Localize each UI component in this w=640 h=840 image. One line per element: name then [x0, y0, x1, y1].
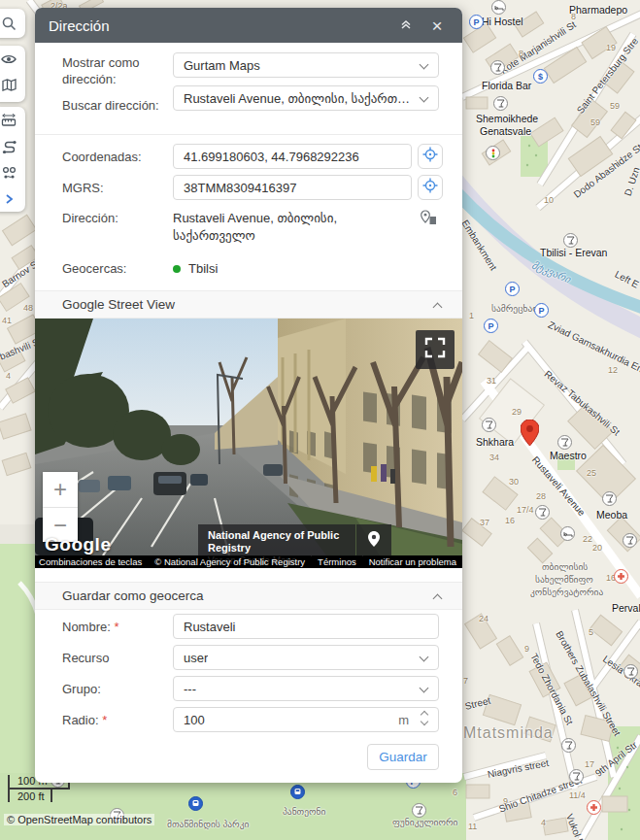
map-label: 22	[583, 534, 592, 544]
mgrs-input[interactable]	[173, 175, 412, 200]
track-points-button[interactable]	[0, 159, 25, 185]
map-label: 11/4	[569, 790, 586, 800]
drink-icon	[412, 803, 426, 818]
locate-mgrs-button[interactable]	[418, 175, 443, 200]
drink-icon	[490, 60, 505, 75]
bed-icon	[491, 0, 506, 15]
coordinates-input[interactable]	[173, 144, 412, 169]
zoom-in-button[interactable]: +	[43, 472, 78, 507]
group-value: ---	[184, 682, 196, 696]
map-label: ფუნიკულიორი	[392, 817, 457, 827]
street-view-title: Google Street View	[62, 297, 175, 312]
search-address-label: Buscar dirección:	[62, 97, 171, 114]
dialog-header: Dirección ×	[35, 8, 462, 43]
fullscreen-button[interactable]	[416, 330, 455, 369]
geofence-color-dot	[173, 265, 181, 273]
close-icon: ×	[431, 17, 442, 35]
caption-text: National Agency of Public Registry Ver e…	[198, 524, 355, 556]
map-label: 37	[480, 518, 489, 527]
save-button[interactable]: Guardar	[367, 744, 439, 770]
search-address-dropdown[interactable]: Rustaveli Avenue, თბილისი, საქართველო	[173, 85, 439, 111]
drink-icon	[623, 664, 638, 679]
resource-value: user	[184, 651, 208, 665]
locate-coordinates-button[interactable]	[418, 144, 443, 169]
parking-icon: P	[469, 15, 484, 29]
map-label: 24	[479, 614, 488, 623]
pin-icon	[367, 530, 381, 552]
address-label: Dirección:	[62, 210, 171, 226]
keyboard-shortcuts-link[interactable]: Combinaciones de teclas	[35, 555, 148, 568]
radius-field: 100 m	[173, 707, 439, 732]
chevron-right-icon	[5, 193, 14, 205]
chevron-up-icon	[433, 594, 443, 604]
fullscreen-icon	[424, 337, 446, 362]
pharmacy-cross-icon	[614, 569, 628, 584]
route-button[interactable]	[0, 133, 25, 159]
map-label: 4	[6, 371, 11, 381]
street-view-bottom-bar: Combinaciones de teclas © National Agenc…	[35, 555, 462, 568]
drink-icon	[535, 505, 550, 520]
map-label: 59	[590, 118, 600, 127]
expand-toolbar-button[interactable]	[0, 185, 25, 212]
terms-link[interactable]: Términos	[312, 555, 362, 568]
scale-imperial: 200 ft	[8, 790, 52, 802]
map-label: 10	[544, 195, 554, 205]
collapse-button[interactable]	[394, 14, 418, 37]
street-view-panorama[interactable]: + − Google National Agency of Public Reg…	[35, 319, 462, 568]
map-label: სახელმწიფო	[535, 574, 593, 585]
resource-label: Recurso	[62, 650, 171, 666]
map-label: Pharmadepo	[569, 4, 627, 16]
drink-icon	[482, 418, 496, 432]
map-label: Shemoikhede	[476, 113, 538, 124]
traffic-light-icon	[486, 146, 500, 160]
search-address-value: Rustaveli Avenue, თბილისი, საქართველო	[184, 91, 413, 106]
geofences-label: Geocercas:	[62, 260, 171, 277]
drink-icon	[563, 233, 578, 248]
geofence-item[interactable]: Tbilsi	[173, 260, 406, 278]
bed-icon	[560, 526, 575, 541]
show-as-value: Gurtam Maps	[184, 58, 260, 73]
visibility-button[interactable]	[0, 46, 25, 72]
map-label: 6	[453, 788, 457, 797]
stepper-icons[interactable]	[420, 712, 429, 724]
drink-icon	[561, 738, 576, 753]
close-button[interactable]: ×	[425, 14, 449, 37]
copy-address-button[interactable]	[420, 210, 437, 229]
report-problem-link[interactable]: Notificar un problema	[363, 555, 462, 568]
copy-address-icon	[420, 212, 437, 228]
group-label: Grupo:	[62, 681, 171, 697]
required-asterisk: *	[114, 620, 118, 634]
search-button[interactable]	[0, 9, 25, 38]
radius-label: Radio: *	[62, 712, 171, 728]
measure-button[interactable]	[0, 107, 25, 133]
mgrs-label: MGRS:	[62, 180, 171, 196]
map-label: Tbilisi - Erevan	[540, 247, 607, 258]
map-layers-button[interactable]	[0, 72, 25, 98]
map-label: Florida Bar	[482, 80, 531, 91]
drink-icon	[569, 769, 584, 784]
street-view-section-header[interactable]: Google Street View	[35, 290, 462, 319]
map-label: კონსერვატორია	[530, 587, 603, 597]
map-attribution: © OpenStreetMap contributors	[4, 814, 154, 825]
funicular-icon	[188, 796, 203, 811]
group-dropdown[interactable]: ---	[173, 676, 439, 701]
map-label: 17	[585, 759, 594, 769]
drink-icon	[623, 533, 637, 548]
geofence-name-input[interactable]	[173, 614, 439, 639]
caption-pin-button[interactable]	[356, 524, 391, 556]
parking-icon: P	[484, 319, 498, 333]
map-label: 48	[23, 303, 33, 313]
save-geofence-section-header[interactable]: Guardar como geocerca	[35, 582, 462, 610]
map-label: 1	[469, 311, 474, 320]
save-geofence-title: Guardar como geocerca	[62, 588, 204, 603]
required-asterisk: *	[102, 713, 107, 727]
pharmacy-cross-icon	[587, 800, 601, 815]
radius-input[interactable]: 100	[184, 713, 205, 727]
map-label: Hi Hostel	[482, 16, 523, 27]
map-label: 11	[468, 822, 477, 831]
resource-dropdown[interactable]: user	[173, 645, 439, 670]
show-as-dropdown[interactable]: Gurtam Maps	[173, 52, 439, 78]
drink-icon	[557, 435, 572, 450]
bank-icon: $	[533, 69, 548, 84]
funicular-icon	[290, 785, 305, 799]
